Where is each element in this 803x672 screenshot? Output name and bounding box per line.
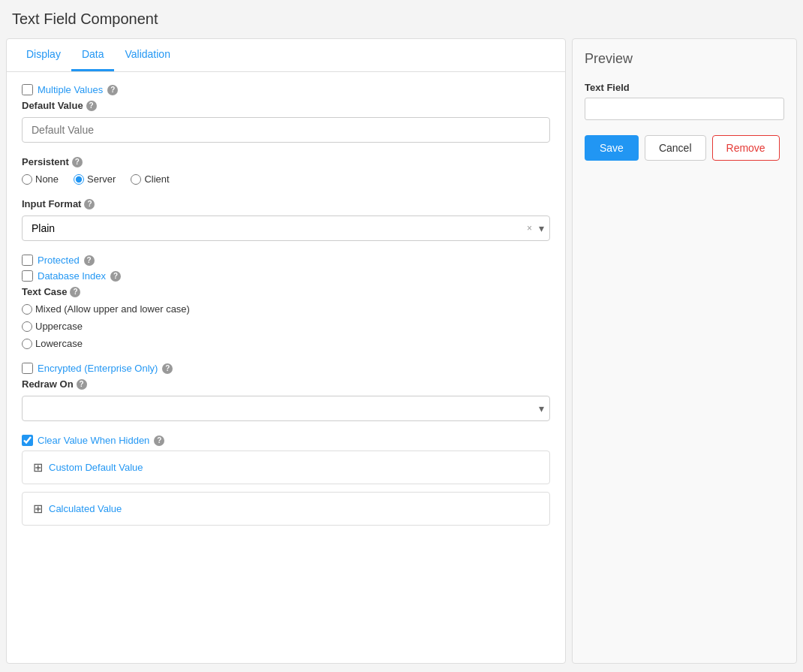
input-format-select[interactable]: Plain HTML <box>22 215 550 241</box>
text-case-lowercase-radio[interactable] <box>22 339 32 349</box>
protected-label: Protected <box>38 255 80 266</box>
persistent-radio-group: None Server Client <box>22 173 550 185</box>
multiple-values-help-icon[interactable]: ? <box>107 85 118 95</box>
redraw-on-label: Redraw On ? <box>22 378 550 390</box>
database-index-group: Database Index ? <box>22 270 550 282</box>
calculated-value-expand-icon: ⊞ <box>33 502 43 516</box>
encrypted-label: Encrypted (Enterprise Only) <box>38 363 158 374</box>
calculated-value-label: Calculated Value <box>49 503 122 514</box>
text-case-label: Text Case ? <box>22 286 550 297</box>
default-value-help-icon[interactable]: ? <box>86 101 97 111</box>
default-value-label: Default Value ? <box>22 100 550 111</box>
text-case-group: Text Case ? Mixed (Allow upper and lower… <box>22 286 550 349</box>
calculated-value-header[interactable]: ⊞ Calculated Value <box>23 493 549 525</box>
protected-checkbox[interactable] <box>22 255 33 266</box>
default-value-group: Default Value ? <box>22 100 550 143</box>
left-panel: Display Data Validation Multiple Values … <box>6 38 566 664</box>
multiple-values-label: Multiple Values <box>38 84 103 95</box>
tab-bar: Display Data Validation <box>7 39 565 72</box>
persistent-server-radio[interactable] <box>74 174 84 185</box>
persistent-client-label: Client <box>144 173 169 185</box>
preview-text-field[interactable] <box>585 98 784 120</box>
clear-value-help-icon[interactable]: ? <box>154 435 164 446</box>
custom-default-expand-icon: ⊞ <box>33 460 43 475</box>
input-format-group: Input Format ? Plain HTML × ▾ <box>22 198 550 241</box>
multiple-values-checkbox[interactable] <box>22 84 33 95</box>
custom-default-value-section: ⊞ Custom Default Value <box>22 451 550 484</box>
input-format-clear-icon[interactable]: × <box>527 223 532 234</box>
persistent-server: Server <box>74 173 116 185</box>
encrypted-group: Encrypted (Enterprise Only) ? <box>22 363 550 374</box>
preview-panel: Preview Text Field Save Cancel Remove <box>572 38 797 664</box>
encrypted-checkbox[interactable] <box>22 363 33 374</box>
redraw-on-select-wrapper: ▾ <box>22 396 550 421</box>
tab-display[interactable]: Display <box>16 39 71 71</box>
custom-default-value-header[interactable]: ⊞ Custom Default Value <box>23 451 549 484</box>
database-index-label: Database Index <box>38 270 106 282</box>
input-format-label: Input Format ? <box>22 198 550 209</box>
persistent-none-label: None <box>35 173 59 185</box>
clear-value-group: Clear Value When Hidden ? <box>22 435 550 446</box>
text-case-lowercase-label: Lowercase <box>35 338 83 349</box>
persistent-group: Persistent ? None Server Client <box>22 156 550 185</box>
input-format-select-wrapper: Plain HTML × ▾ <box>22 215 550 241</box>
persistent-none-radio[interactable] <box>22 174 32 185</box>
persistent-client-radio[interactable] <box>131 174 141 185</box>
persistent-label: Persistent ? <box>22 156 550 167</box>
redraw-on-group: Redraw On ? ▾ <box>22 378 550 421</box>
persistent-client: Client <box>131 173 169 185</box>
persistent-help-icon[interactable]: ? <box>72 157 83 167</box>
text-case-uppercase-radio[interactable] <box>22 321 32 332</box>
database-index-checkbox[interactable] <box>22 270 33 282</box>
custom-default-value-label: Custom Default Value <box>49 462 143 473</box>
protected-group: Protected ? <box>22 255 550 266</box>
cancel-button[interactable]: Cancel <box>645 135 706 161</box>
persistent-none: None <box>22 173 59 185</box>
text-case-mixed-label: Mixed (Allow upper and lower case) <box>35 303 190 315</box>
input-format-help-icon[interactable]: ? <box>84 199 95 209</box>
calculated-value-section: ⊞ Calculated Value <box>22 492 550 526</box>
text-case-mixed: Mixed (Allow upper and lower case) <box>22 303 550 315</box>
tab-content: Multiple Values ? Default Value ? Persis… <box>7 72 565 545</box>
page-title: Text Field Component <box>0 0 803 38</box>
encrypted-help-icon[interactable]: ? <box>162 363 173 374</box>
tab-validation[interactable]: Validation <box>114 39 180 71</box>
text-case-mixed-radio[interactable] <box>22 304 32 315</box>
database-index-help-icon[interactable]: ? <box>110 271 121 282</box>
protected-help-icon[interactable]: ? <box>84 255 95 266</box>
clear-value-label: Clear Value When Hidden <box>38 435 149 446</box>
default-value-input[interactable] <box>22 117 550 143</box>
text-case-uppercase-label: Uppercase <box>35 321 83 332</box>
text-case-lowercase: Lowercase <box>22 338 550 349</box>
save-button[interactable]: Save <box>585 135 639 161</box>
multiple-values-group: Multiple Values ? <box>22 84 550 95</box>
tab-data[interactable]: Data <box>71 39 115 71</box>
preview-title: Preview <box>585 51 784 67</box>
text-case-uppercase: Uppercase <box>22 321 550 332</box>
clear-value-checkbox[interactable] <box>22 435 33 446</box>
remove-button[interactable]: Remove <box>712 135 780 161</box>
persistent-server-label: Server <box>87 173 116 185</box>
text-case-help-icon[interactable]: ? <box>70 287 80 297</box>
text-case-radio-group: Mixed (Allow upper and lower case) Upper… <box>22 303 550 349</box>
redraw-on-help-icon[interactable]: ? <box>77 379 87 390</box>
redraw-on-select[interactable] <box>22 396 550 421</box>
preview-field-label: Text Field <box>585 82 784 93</box>
preview-actions: Save Cancel Remove <box>585 135 784 161</box>
